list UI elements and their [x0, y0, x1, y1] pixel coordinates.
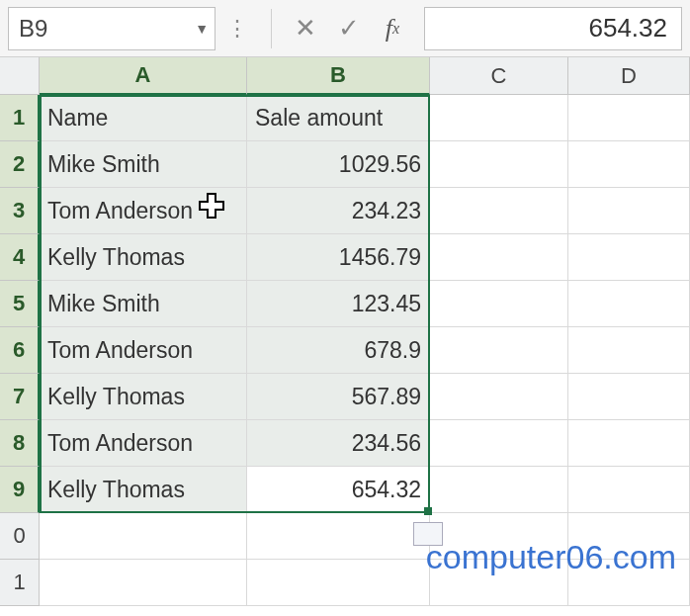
name-box[interactable]: B9 ▼ [8, 7, 216, 50]
name-box-value: B9 [19, 15, 47, 43]
cell-D10[interactable] [568, 513, 690, 560]
spreadsheet-grid[interactable]: A B C D 1 Name Sale amount 2 Mike Smith … [0, 57, 690, 606]
cell-C5[interactable] [430, 281, 568, 327]
row-header-3[interactable]: 3 [0, 188, 40, 234]
cell-A1[interactable]: Name [40, 95, 247, 141]
cell-A3[interactable]: Tom Anderson [40, 188, 247, 234]
cancel-icon[interactable]: ✕ [284, 7, 327, 50]
fx-icon[interactable]: fx [371, 7, 414, 50]
cell-C2[interactable] [430, 141, 568, 188]
column-header-B[interactable]: B [247, 57, 430, 95]
formula-bar: B9 ▼ ⋮ ✕ ✓ fx 654.32 [0, 0, 690, 57]
cell-D6[interactable] [568, 327, 690, 374]
row-header-6[interactable]: 6 [0, 327, 40, 374]
cell-C6[interactable] [430, 327, 568, 374]
cell-A4[interactable]: Kelly Thomas [40, 234, 247, 281]
chevron-down-icon[interactable]: ▼ [195, 21, 209, 37]
cell-B5[interactable]: 123.45 [247, 281, 430, 327]
table-row: 8 Tom Anderson 234.56 [0, 420, 690, 467]
cell-B1[interactable]: Sale amount [247, 95, 430, 141]
table-row: 0 [0, 513, 690, 560]
cell-A7[interactable]: Kelly Thomas [40, 374, 247, 420]
table-row: 9 Kelly Thomas 654.32 [0, 467, 690, 513]
cell-C7[interactable] [430, 374, 568, 420]
cell-B7[interactable]: 567.89 [247, 374, 430, 420]
cell-D7[interactable] [568, 374, 690, 420]
column-header-A[interactable]: A [40, 57, 247, 95]
table-row: 1 [0, 560, 690, 606]
row-header-1[interactable]: 1 [0, 95, 40, 141]
cell-D2[interactable] [568, 141, 690, 188]
enter-icon[interactable]: ✓ [327, 7, 371, 50]
cell-C8[interactable] [430, 420, 568, 467]
cell-D5[interactable] [568, 281, 690, 327]
cell-B10[interactable] [247, 513, 430, 560]
cell-C4[interactable] [430, 234, 568, 281]
cell-A9[interactable]: Kelly Thomas [40, 467, 247, 513]
cell-D11[interactable] [568, 560, 690, 606]
cell-D4[interactable] [568, 234, 690, 281]
cell-C10[interactable] [430, 513, 568, 560]
table-row: 1 Name Sale amount [0, 95, 690, 141]
cell-A10[interactable] [40, 513, 247, 560]
table-row: 5 Mike Smith 123.45 [0, 281, 690, 327]
table-row: 2 Mike Smith 1029.56 [0, 141, 690, 188]
cell-D9[interactable] [568, 467, 690, 513]
cell-D1[interactable] [568, 95, 690, 141]
cell-A2[interactable]: Mike Smith [40, 141, 247, 188]
row-header-4[interactable]: 4 [0, 234, 40, 281]
table-row: 3 Tom Anderson 234.23 [0, 188, 690, 234]
cell-B2[interactable]: 1029.56 [247, 141, 430, 188]
row-header-5[interactable]: 5 [0, 281, 40, 327]
cell-B3[interactable]: 234.23 [247, 188, 430, 234]
row-header-10[interactable]: 0 [0, 513, 40, 560]
separator [271, 9, 272, 48]
cell-C3[interactable] [430, 188, 568, 234]
cell-A5[interactable]: Mike Smith [40, 281, 247, 327]
column-header-C[interactable]: C [430, 57, 568, 95]
cell-D3[interactable] [568, 188, 690, 234]
cell-A8[interactable]: Tom Anderson [40, 420, 247, 467]
cell-B9[interactable]: 654.32 [247, 467, 430, 513]
options-button[interactable]: ⋮ [216, 7, 259, 50]
cell-C9[interactable] [430, 467, 568, 513]
column-header-D[interactable]: D [568, 57, 690, 95]
row-header-7[interactable]: 7 [0, 374, 40, 420]
table-row: 7 Kelly Thomas 567.89 [0, 374, 690, 420]
paste-options-icon[interactable] [413, 522, 443, 546]
cell-C11[interactable] [430, 560, 568, 606]
table-row: 4 Kelly Thomas 1456.79 [0, 234, 690, 281]
rows-container: 1 Name Sale amount 2 Mike Smith 1029.56 … [0, 95, 690, 606]
row-header-11[interactable]: 1 [0, 560, 40, 606]
cell-D8[interactable] [568, 420, 690, 467]
formula-input[interactable]: 654.32 [424, 7, 682, 50]
cell-C1[interactable] [430, 95, 568, 141]
cell-A11[interactable] [40, 560, 247, 606]
formula-value: 654.32 [588, 13, 667, 44]
row-header-9[interactable]: 9 [0, 467, 40, 513]
table-row: 6 Tom Anderson 678.9 [0, 327, 690, 374]
row-header-2[interactable]: 2 [0, 141, 40, 188]
row-header-8[interactable]: 8 [0, 420, 40, 467]
cell-B11[interactable] [247, 560, 430, 606]
column-headers: A B C D [0, 57, 690, 95]
cell-B6[interactable]: 678.9 [247, 327, 430, 374]
cell-B8[interactable]: 234.56 [247, 420, 430, 467]
select-all-corner[interactable] [0, 57, 40, 95]
cell-A6[interactable]: Tom Anderson [40, 327, 247, 374]
cell-B4[interactable]: 1456.79 [247, 234, 430, 281]
